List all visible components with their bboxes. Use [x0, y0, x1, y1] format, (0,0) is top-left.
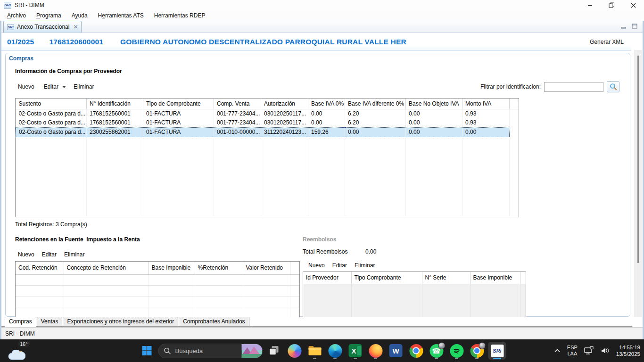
column-header[interactable]: Valor Retenido	[243, 262, 290, 275]
table-cell[interactable]: 1768152560001	[87, 109, 143, 119]
table-cell[interactable]: 001-777-23404...	[214, 118, 261, 128]
menu-programa[interactable]: Programa	[31, 11, 66, 20]
table-cell[interactable]: 6.20	[345, 109, 406, 119]
excel-button[interactable]: X	[347, 342, 364, 360]
reembolsos-eliminar-button[interactable]: Eliminar	[352, 261, 378, 270]
generar-xml-button[interactable]: Generar XML	[590, 39, 631, 45]
column-header[interactable]: Cod. Retención	[16, 262, 64, 275]
table-cell[interactable]: 0.00	[308, 118, 345, 128]
menu-archivo[interactable]: Archivo	[2, 11, 31, 20]
column-header[interactable]: Sustento	[16, 99, 87, 109]
close-button[interactable]	[622, 0, 644, 10]
table-cell[interactable]: 2300255862001	[87, 128, 143, 137]
start-button[interactable]	[138, 342, 156, 360]
table-cell[interactable]: 001-777-23404...	[214, 109, 261, 119]
table-cell[interactable]: 159.26	[308, 128, 345, 137]
table-cell[interactable]: 0.00	[406, 118, 462, 128]
tab-compras[interactable]: Compras	[5, 317, 36, 326]
search-button[interactable]	[607, 81, 619, 92]
table-row[interactable]: 02-Costo o Gasto para d...17681525600010…	[16, 109, 519, 119]
chrome-button[interactable]	[407, 342, 425, 360]
column-header[interactable]: Concepto de Retención	[64, 262, 149, 275]
taskbar-search[interactable]: Búsqueda	[158, 344, 263, 358]
table-cell[interactable]: 0.93	[462, 109, 510, 119]
table-cell[interactable]: 030120250117...	[261, 109, 308, 119]
table-cell[interactable]: 0.00	[406, 109, 462, 119]
table-row[interactable]: 02-Costo o Gasto para d...23002558620010…	[16, 128, 519, 137]
table-cell[interactable]: 01-FACTURA	[143, 109, 214, 119]
column-header[interactable]: Base IVA diferente 0%	[345, 99, 406, 109]
tab-ventas[interactable]: Ventas	[37, 317, 63, 326]
scrollbar-thumb[interactable]	[637, 56, 639, 263]
minimize-view-icon[interactable]	[620, 23, 627, 29]
table-cell[interactable]: 0.00	[462, 128, 510, 137]
maximize-button[interactable]	[601, 0, 622, 10]
firefox-button[interactable]	[367, 342, 385, 360]
weather-widget[interactable]: 16°	[7, 340, 37, 362]
eliminar-button[interactable]: Eliminar	[71, 82, 97, 91]
retenciones-editar-button[interactable]: Editar	[39, 250, 59, 259]
maximize-view-icon[interactable]	[631, 23, 638, 29]
column-header[interactable]: Base Imponible	[470, 272, 520, 284]
tab-comprobantes-anulados[interactable]: Comprobantes Anulados	[179, 317, 249, 326]
tray-overflow-button[interactable]	[553, 347, 561, 354]
copilot-button[interactable]	[286, 342, 304, 360]
tab-anexo-transaccional[interactable]: SRi Anexo Transaccional ✕	[3, 21, 82, 33]
nuevo-button[interactable]: Nuevo	[15, 82, 37, 91]
chrome-profile-button[interactable]	[468, 342, 486, 360]
file-explorer-button[interactable]	[306, 342, 324, 360]
volume-button[interactable]	[600, 346, 610, 355]
table-cell[interactable]: 0.00	[345, 128, 406, 137]
table-cell[interactable]: 01-FACTURA	[143, 128, 214, 137]
retenciones-nuevo-button[interactable]: Nuevo	[15, 250, 37, 259]
column-header[interactable]: Tipo Comprobante	[351, 272, 422, 284]
table-cell[interactable]: 6.20	[345, 118, 406, 128]
network-button[interactable]	[584, 346, 594, 355]
sri-dimm-taskbar-button[interactable]: SRi	[488, 342, 506, 360]
tab-close-icon[interactable]: ✕	[73, 24, 78, 30]
filter-input[interactable]	[544, 82, 603, 92]
task-view-button[interactable]	[265, 342, 283, 360]
word-button[interactable]: W	[387, 342, 405, 360]
column-header[interactable]: Base No Objeto IVA	[406, 99, 462, 109]
column-header[interactable]: Monto IVA	[462, 99, 510, 109]
edge-button[interactable]	[326, 342, 344, 360]
column-header[interactable]: Tipo de Comprobante	[143, 99, 214, 109]
table-row[interactable]: 02-Costo o Gasto para d...17681525600010…	[16, 118, 519, 128]
table-cell[interactable]: 0.00	[308, 109, 345, 119]
tab-exportaciones[interactable]: Exportaciones y otros ingresos del exter…	[63, 317, 178, 326]
column-header[interactable]: N° Serie	[422, 272, 470, 284]
retenciones-eliminar-button[interactable]: Eliminar	[61, 250, 87, 259]
menu-herramientas-rdep[interactable]: Herramientas RDEP	[149, 11, 211, 20]
reembolsos-editar-button[interactable]: Editar	[330, 261, 350, 270]
table-cell[interactable]: 030120250117...	[261, 118, 308, 128]
chevron-up-icon	[553, 347, 561, 354]
menu-ayuda[interactable]: Ayuda	[66, 11, 93, 20]
language-indicator[interactable]: ESP LAA	[567, 345, 578, 357]
column-header[interactable]: Base Imponible	[149, 262, 195, 275]
table-cell[interactable]: 02-Costo o Gasto para d...	[16, 128, 87, 137]
spotify-button[interactable]	[448, 342, 466, 360]
column-header[interactable]: Base IVA 0%	[308, 99, 345, 109]
column-header[interactable]: Autorización	[261, 99, 308, 109]
editar-dropdown-icon[interactable]	[62, 86, 66, 88]
vertical-scrollbar[interactable]	[634, 50, 642, 317]
minimize-button[interactable]	[579, 0, 601, 10]
clock[interactable]: 14:55:19 13/5/2025	[616, 344, 640, 357]
table-cell[interactable]: 02-Costo o Gasto para d...	[16, 109, 87, 119]
table-cell[interactable]: 02-Costo o Gasto para d...	[16, 118, 87, 128]
whatsapp-button[interactable]: ☎	[428, 342, 446, 360]
table-cell[interactable]: 01-FACTURA	[143, 118, 214, 128]
table-cell[interactable]: 1768152560001	[87, 118, 143, 128]
column-header[interactable]: Comp. Venta	[214, 99, 261, 109]
editar-button[interactable]: Editar	[41, 82, 61, 91]
column-header[interactable]: N° Identificación	[87, 99, 143, 109]
menu-herramientas-ats[interactable]: Herramientas ATS	[93, 11, 149, 20]
reembolsos-nuevo-button[interactable]: Nuevo	[305, 261, 328, 270]
table-cell[interactable]: 0.00	[406, 128, 462, 137]
column-header[interactable]: Id Proveedor	[303, 272, 351, 284]
table-cell[interactable]: 001-010-00000...	[214, 128, 261, 137]
table-cell[interactable]: 0.93	[462, 118, 510, 128]
column-header[interactable]: %Retención	[195, 262, 243, 275]
table-cell[interactable]: 311220240123...	[261, 128, 308, 137]
